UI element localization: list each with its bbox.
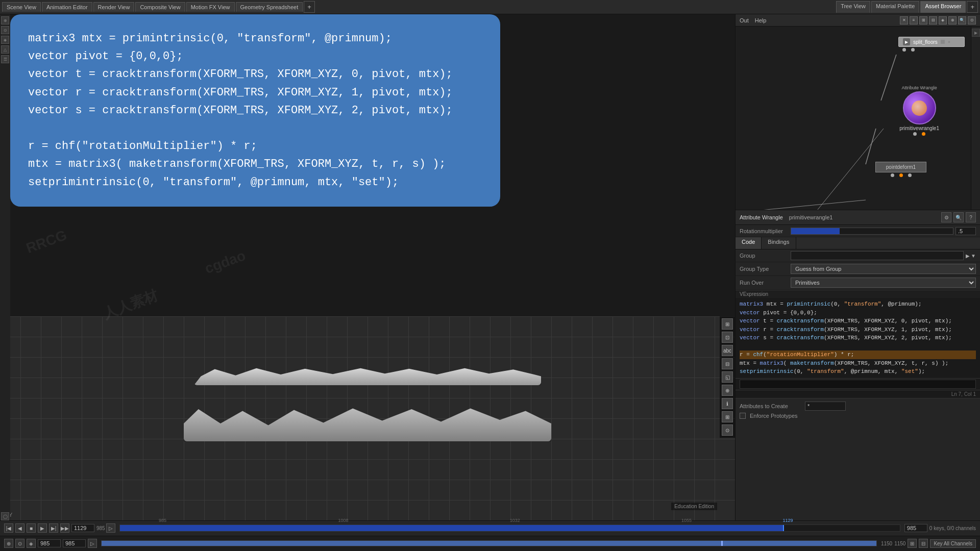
btn-prev-frame[interactable]: ◀ [15,523,24,533]
code-editor-input-row [736,378,980,390]
viewport[interactable]: ⊞ ⊡ abc ⊟ ◱ ⊕ ℹ ⊞ ⊙ ↑ Y Education Editio… [0,316,735,520]
tab-geometry-spreadsheet[interactable]: Geometry Spreadsheet [236,2,303,12]
toolbar-icon-1[interactable]: ✕ [900,16,908,24]
tl-icon-1[interactable]: ⊕ [4,539,13,548]
group-type-select[interactable]: Guess from Group [791,264,976,274]
tab-code[interactable]: Code [736,237,762,249]
tick-1008: 1008 [338,518,349,523]
prim-dot-1 [913,132,917,136]
toolbar-icon-4[interactable]: ⊟ [929,16,937,24]
split-play-btn[interactable]: ▶ [903,38,910,45]
group-input[interactable] [791,251,964,260]
side-icon-4[interactable]: △ [1,45,9,54]
tick-1055: 1055 [681,518,692,523]
vp-btn-info[interactable]: ⊙ [722,424,733,436]
timeline-track[interactable]: 985 1008 1032 1055 1129 [119,524,900,532]
range-start-input[interactable] [38,539,61,547]
code-overlay: matrix3 mtx = primintrinsic(0, "transfor… [10,14,500,207]
toolbar-icon-6[interactable]: ⊕ [948,16,957,24]
tab-bindings[interactable]: Bindings [762,237,796,249]
current-frame-input[interactable] [71,524,94,532]
vp-btn-1[interactable]: ⊞ [722,318,733,330]
rs-btn-1[interactable]: ▶ [972,29,980,37]
end-frame-input[interactable] [904,524,927,532]
prop-icon-help[interactable]: ? [966,212,976,222]
run-over-value[interactable]: Primitives [791,278,976,288]
tab-animation-editor[interactable]: Animation Editor [42,2,92,12]
side-icon-5[interactable]: ☰ [1,55,9,63]
vp-btn-8[interactable]: ⊞ [722,411,733,422]
prop-icon-gear[interactable]: ⚙ [941,212,951,222]
rotation-slider-container[interactable] [791,227,976,235]
vp-btn-6[interactable]: ⊕ [722,385,733,396]
vp-btn-5[interactable]: ◱ [722,371,733,383]
viewport-toolbar: ⊞ ⊡ abc ⊟ ◱ ⊕ ℹ ⊞ ⊙ [720,316,735,438]
btn-range-play[interactable]: ▷ [106,523,115,533]
tab-add-button[interactable]: + [304,1,315,13]
vp-btn-2[interactable]: ⊡ [722,332,733,343]
vp-btn-3[interactable]: abc [722,345,733,356]
split-dot-2 [911,48,915,52]
btn-range-advance[interactable]: ▷ [88,539,97,548]
tab-motion-fx[interactable]: Motion FX View [186,2,235,12]
tl-icon-2[interactable]: ⊙ [15,539,24,548]
toolbar-icon-5[interactable]: ◈ [939,16,947,24]
vp-btn-7[interactable]: ℹ [722,398,733,409]
group-value[interactable]: ▶ ▼ [791,251,976,260]
side-icon-2[interactable]: ⊙ [1,26,9,34]
menu-out[interactable]: Out [740,17,749,23]
run-over-label: Run Over [740,280,791,286]
key-all-channels-button[interactable]: Key All Channels [930,539,976,548]
group-expand-icon[interactable]: ▼ [971,253,976,259]
tab-render-view[interactable]: Render View [93,2,135,12]
prim-node-circle[interactable] [903,91,936,124]
timeline-playhead[interactable] [783,525,784,531]
run-over-select[interactable]: Primitives [791,278,976,288]
rotation-multiplier-value [791,227,976,235]
menu-help[interactable]: Help [755,17,767,23]
node-editor[interactable]: ▶ split_floors ● Attribute Wrangle primi… [736,27,980,210]
btn-next-frame[interactable]: ▶| [49,523,58,533]
code-editor[interactable]: matrix3 mtx = primintrinsic(0, "transfor… [736,298,980,378]
rotation-multiplier-input[interactable] [955,227,976,235]
prim-dot-2 [922,132,925,136]
zoom-icon[interactable]: ⊞ [908,539,917,548]
side-icon-3[interactable]: ◈ [1,36,9,44]
attributes-create-input[interactable] [805,402,846,411]
enforce-prototypes-checkbox[interactable] [740,413,746,419]
tab-composite-view[interactable]: Composite View [135,2,185,12]
btn-skip-end[interactable]: ▶▶ [60,523,69,533]
tab-scene-view[interactable]: Scene View [2,2,41,12]
toolbar-icon-2[interactable]: ≡ [910,16,918,24]
tl-icon-3[interactable]: ◈ [27,539,36,548]
group-type-value[interactable]: Guess from Group [791,264,976,274]
split-node-header[interactable]: ▶ split_floors ● [898,37,965,47]
code-input-field[interactable] [740,380,976,389]
timeline-range[interactable] [101,540,877,546]
keys-channels-display: 0 keys, 0/0 channels [929,525,976,531]
zoom-out-icon[interactable]: ⊟ [919,539,928,548]
tab-material-palette[interactable]: Material Palette [871,1,919,13]
btn-play[interactable]: ▶ [38,523,47,533]
node-primitivewrangle1[interactable]: Attribute Wrangle primitivewrangle1 [899,85,939,137]
vp-btn-4[interactable]: ⊟ [722,358,733,369]
node-split-floors[interactable]: ▶ split_floors ● [898,36,965,53]
point-node-box[interactable]: pointdeform1 [875,162,926,172]
prop-icon-search[interactable]: 🔍 [953,212,964,222]
group-arrow-icon[interactable]: ▶ [966,253,970,259]
right-tab-add-button[interactable]: + [967,1,978,13]
tick-current: 1129 [783,518,793,523]
side-icon-bottom[interactable]: ◯ [1,512,9,520]
btn-skip-start[interactable]: |◀ [4,523,13,533]
prim-node-label: primitivewrangle1 [899,126,939,131]
toolbar-icon-3[interactable]: ⊞ [919,16,927,24]
rotation-slider[interactable] [791,228,953,235]
node-pointdeform1[interactable]: pointdeform1 [875,162,926,178]
tab-asset-browser[interactable]: Asset Browser [920,1,966,13]
side-icon-1[interactable]: ⊕ [1,16,9,24]
tab-tree-view[interactable]: Tree View [836,1,870,13]
toolbar-icon-8[interactable]: ⊙ [968,16,976,24]
btn-stop[interactable]: ■ [27,523,36,533]
toolbar-icon-7[interactable]: 🔍 [958,16,966,24]
range-end-input[interactable] [63,539,86,547]
